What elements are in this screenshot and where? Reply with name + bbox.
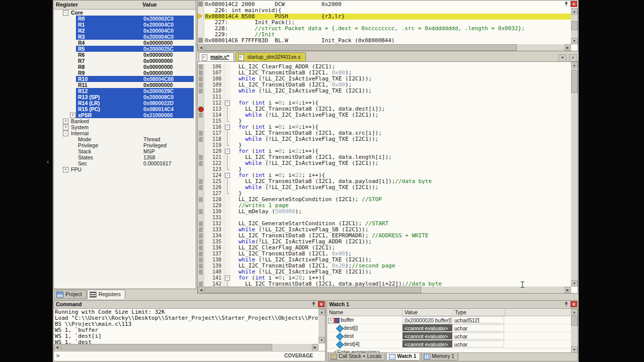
breakpoint-margin[interactable] <box>198 64 204 70</box>
register-row[interactable]: R110x00000000 <box>54 82 196 88</box>
command-output[interactable]: Running with Code Size Limit: 32KLoad "C… <box>55 309 318 344</box>
breakpoint-margin[interactable] <box>198 251 204 257</box>
breakpoint-icon[interactable] <box>198 107 204 112</box>
command-horizontal-scrollbar[interactable]: ◀ ▶ <box>54 344 318 350</box>
watch-title-bar[interactable]: Watch 1 ✕ <box>327 301 578 309</box>
close-icon[interactable]: ✕ <box>318 301 325 307</box>
scroll-left-icon[interactable]: ◀ <box>198 287 204 293</box>
breakpoint-margin[interactable] <box>198 233 204 239</box>
tab-registers[interactable]: Registers <box>87 290 125 299</box>
breakpoint-margin[interactable] <box>198 275 204 281</box>
breakpoint-margin[interactable] <box>198 88 204 94</box>
breakpoint-margin[interactable] <box>198 100 204 106</box>
breakpoint-margin[interactable] <box>198 166 204 172</box>
expand-icon[interactable]: + <box>328 318 334 323</box>
breakpoint-margin[interactable] <box>198 221 204 227</box>
register-row[interactable]: R80x00000000 <box>54 64 196 70</box>
breakpoint-margin[interactable] <box>198 124 204 130</box>
register-row[interactable]: +System <box>54 124 196 130</box>
fold-marker[interactable]: − <box>224 148 230 154</box>
register-row[interactable]: R120x2000029C <box>54 88 196 94</box>
scroll-up-icon[interactable]: ▲ <box>318 309 325 315</box>
scroll-right-icon[interactable]: ▶ <box>565 287 571 293</box>
register-column-header[interactable]: Register <box>54 1 144 8</box>
watch-type-cell[interactable]: uchar <box>453 340 504 347</box>
watch-row[interactable]: dest<cannot evaluate>uchar <box>327 332 571 340</box>
watch-name-cell[interactable]: dest[i] <box>327 324 402 332</box>
register-row[interactable]: R70x00000000 <box>54 58 196 64</box>
breakpoint-margin[interactable] <box>198 154 204 160</box>
collapse-icon[interactable]: − <box>225 276 230 281</box>
breakpoint-margin[interactable] <box>198 178 204 185</box>
tab-startup-stm32f401xe-s[interactable]: startup_stm32f401xe.s <box>235 52 305 61</box>
scroll-right-icon[interactable]: ▶ <box>565 44 571 51</box>
breakpoint-margin[interactable] <box>198 203 204 209</box>
scroll-down-icon[interactable]: ▼ <box>571 280 578 287</box>
scroll-left-icon[interactable]: ◀ <box>198 44 204 51</box>
breakpoint-margin[interactable] <box>198 269 204 275</box>
register-row[interactable]: +Banked <box>54 118 196 124</box>
register-row[interactable]: R14 (LR)0x0800022D <box>54 100 196 106</box>
breakpoint-margin[interactable] <box>198 257 204 263</box>
scrollbar-thumb[interactable] <box>571 316 578 326</box>
disassembly-horizontal-scrollbar[interactable]: ◀ ▶ <box>198 44 571 51</box>
scroll-up-icon[interactable]: ▲ <box>571 309 578 315</box>
breakpoint-margin[interactable] <box>198 112 204 118</box>
breakpoint-margin[interactable] <box>198 281 204 287</box>
breakpoint-margin[interactable] <box>198 191 204 197</box>
scroll-left-icon[interactable]: ◀ <box>54 344 60 350</box>
breakpoint-margin[interactable] <box>198 215 204 221</box>
watch-row[interactable]: +buffer0x20000020 buffer[] ""uchar[512] <box>327 316 571 324</box>
register-row[interactable]: R15 (PC)0x080014C4 <box>54 106 196 112</box>
expand-icon[interactable]: + <box>63 167 68 172</box>
register-row[interactable]: StackMSP <box>54 148 196 154</box>
code-line[interactable]: 110while (!LL_I2C_IsActiveFlag_TXE (I2C1… <box>198 88 571 94</box>
watch-type-cell[interactable]: uchar[512] <box>453 316 504 323</box>
tab-list-dropdown-icon[interactable]: ▼ <box>558 54 567 62</box>
close-icon[interactable]: ✕ <box>571 301 577 307</box>
collapse-icon[interactable]: − <box>225 149 230 154</box>
breakpoint-margin[interactable] <box>198 209 204 215</box>
watch-value-cell[interactable]: <cannot evaluate> <box>403 332 452 339</box>
scroll-up-icon[interactable]: ▲ <box>571 62 578 68</box>
breakpoint-margin[interactable] <box>198 239 204 245</box>
register-row[interactable]: R10x200004C0 <box>54 22 196 28</box>
pin-icon[interactable] <box>310 301 317 307</box>
register-row[interactable]: +FPU <box>54 166 196 172</box>
expand-icon[interactable]: + <box>63 119 68 124</box>
value-column-header[interactable]: Value <box>140 1 196 8</box>
breakpoint-margin[interactable] <box>198 130 204 136</box>
breakpoint-margin[interactable] <box>198 118 204 124</box>
scroll-down-icon[interactable]: ▼ <box>571 38 578 44</box>
close-document-icon[interactable]: ✕ <box>569 54 577 62</box>
tab-call-stack-locals[interactable]: Call Stack + Locals <box>328 353 385 360</box>
fold-marker[interactable]: − <box>224 172 230 178</box>
breakpoint-margin[interactable] <box>198 197 204 203</box>
register-row[interactable]: R13 (SP)0x200008C0 <box>54 94 196 100</box>
fold-marker[interactable]: − <box>224 275 230 281</box>
tab-main-c-[interactable]: main.c* <box>199 52 234 61</box>
fold-marker[interactable]: − <box>224 100 230 106</box>
collapse-icon[interactable]: − <box>225 125 230 130</box>
code-line[interactable]: 130LL_mDelay (500000); <box>198 209 571 215</box>
breakpoint-margin[interactable] <box>198 160 204 166</box>
code-line[interactable]: 114 while (!LL_I2C_IsActiveFlag_TXE (I2C… <box>198 112 571 118</box>
disassembly-vertical-scrollbar[interactable]: ▲ ▼ <box>571 8 578 44</box>
code-line[interactable]: 126 while (!LL_I2C_IsActiveFlag_TXE (I2C… <box>198 185 571 191</box>
register-row[interactable]: −Core <box>54 10 196 16</box>
register-row[interactable]: States1358 <box>54 154 196 160</box>
collapse-icon[interactable]: − <box>63 131 68 136</box>
scrollbar-thumb[interactable] <box>205 44 517 51</box>
code-line[interactable]: 122 while (!LL_I2C_IsActiveFlag_TXE (I2C… <box>198 160 571 166</box>
command-help-text[interactable]: COVERAGE <box>284 351 313 360</box>
scroll-down-icon[interactable]: ▼ <box>318 337 325 343</box>
register-row[interactable]: Sec0.00001617 <box>54 160 196 166</box>
register-row[interactable]: PrivilegePrivileged <box>54 142 196 148</box>
breakpoint-margin[interactable] <box>198 148 204 154</box>
editor-vertical-scrollbar[interactable]: ▲ ▼ <box>571 62 578 287</box>
register-row[interactable]: R60x00000000 <box>54 52 196 58</box>
scroll-up-icon[interactable]: ▲ <box>571 8 578 15</box>
breakpoint-margin[interactable] <box>198 70 204 76</box>
type-column-header[interactable]: Type <box>453 309 505 316</box>
breakpoint-margin[interactable] <box>198 263 204 269</box>
